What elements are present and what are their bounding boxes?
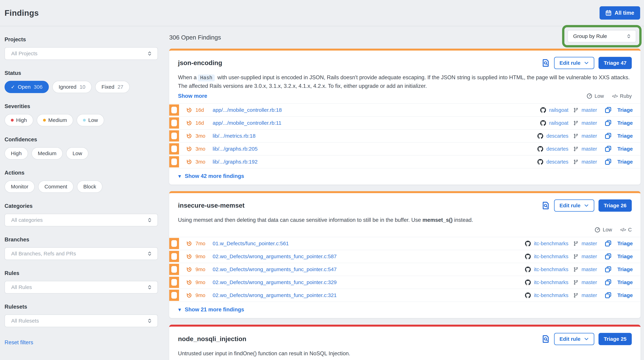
finding-path-link[interactable]: 02.wo_Defects/wrong_arguments_func_point… bbox=[212, 266, 337, 272]
row-checkbox[interactable] bbox=[171, 120, 177, 126]
branches-select[interactable]: All Branches, Refs and PRs bbox=[4, 247, 158, 260]
open-windows-icon[interactable] bbox=[605, 240, 612, 247]
repo-link[interactable]: itc-benchmarks bbox=[534, 241, 568, 247]
row-checkbox[interactable] bbox=[171, 292, 177, 299]
triage-link[interactable]: Triage bbox=[618, 254, 633, 259]
group-by-select[interactable]: Group by Rule bbox=[568, 30, 636, 42]
branch-link[interactable]: master bbox=[582, 241, 597, 247]
open-windows-icon[interactable] bbox=[605, 146, 612, 152]
row-checkbox[interactable] bbox=[171, 158, 177, 165]
all-time-button[interactable]: All time bbox=[600, 6, 640, 19]
reset-filters-link[interactable]: Reset filters bbox=[4, 339, 33, 346]
branch-link[interactable]: master bbox=[582, 267, 597, 272]
confidence-badge: Low bbox=[586, 93, 604, 99]
file-search-icon[interactable] bbox=[542, 202, 550, 210]
row-checkbox[interactable] bbox=[171, 133, 177, 139]
file-search-icon[interactable] bbox=[542, 59, 550, 67]
show-more-findings-link[interactable]: Show 21 more findings bbox=[169, 302, 640, 318]
repo-link[interactable]: descartes bbox=[546, 133, 568, 139]
edit-rule-button[interactable]: Edit rule bbox=[554, 199, 594, 212]
row-checkbox[interactable] bbox=[171, 253, 177, 260]
branch-link[interactable]: master bbox=[582, 146, 597, 152]
categories-select[interactable]: All categories bbox=[4, 214, 158, 226]
open-windows-icon[interactable] bbox=[605, 266, 612, 273]
open-windows-icon[interactable] bbox=[605, 107, 612, 113]
finding-path-link[interactable]: 02.wo_Defects/wrong_arguments_func_point… bbox=[212, 279, 337, 285]
projects-select[interactable]: All Projects bbox=[4, 47, 158, 60]
status-pill-open[interactable]: Open 306 bbox=[4, 81, 49, 93]
branch-link[interactable]: master bbox=[582, 159, 597, 165]
triage-link[interactable]: Triage bbox=[618, 133, 633, 139]
status-pill-ignored[interactable]: Ignored 10 bbox=[52, 81, 92, 93]
open-windows-icon[interactable] bbox=[605, 253, 612, 260]
row-checkbox[interactable] bbox=[171, 266, 177, 273]
branch-link[interactable]: master bbox=[582, 293, 597, 298]
show-more-findings-link[interactable]: Show 42 more findings bbox=[169, 168, 640, 185]
triage-button[interactable]: Triage 25 bbox=[598, 333, 632, 345]
row-checkbox[interactable] bbox=[171, 146, 177, 152]
branch-link[interactable]: master bbox=[582, 280, 597, 285]
status-pill-fixed[interactable]: Fixed 27 bbox=[95, 81, 130, 93]
confidence-pill-low[interactable]: Low bbox=[66, 147, 88, 160]
repo-link[interactable]: railsgoat bbox=[549, 120, 568, 126]
triage-link[interactable]: Triage bbox=[618, 241, 633, 247]
action-pill-monitor[interactable]: Monitor bbox=[4, 181, 35, 193]
medium-severity-dot bbox=[43, 119, 46, 122]
github-icon bbox=[525, 241, 531, 247]
open-windows-icon[interactable] bbox=[605, 292, 612, 299]
triage-link[interactable]: Triage bbox=[618, 159, 633, 165]
edit-rule-label: Edit rule bbox=[560, 60, 580, 66]
action-pill-block[interactable]: Block bbox=[77, 181, 102, 193]
confidence-pill-medium[interactable]: Medium bbox=[32, 147, 63, 160]
repo-link[interactable]: descartes bbox=[546, 159, 568, 165]
triage-button[interactable]: Triage 47 bbox=[598, 57, 632, 69]
finding-path-link[interactable]: 02.wo_Defects/wrong_arguments_func_point… bbox=[212, 292, 337, 298]
row-checkbox[interactable] bbox=[171, 107, 177, 113]
triage-link[interactable]: Triage bbox=[618, 279, 633, 285]
triage-link[interactable]: Triage bbox=[618, 292, 633, 298]
severity-pill-high[interactable]: High bbox=[4, 114, 33, 126]
rule-title: insecure-use-memset bbox=[178, 202, 244, 209]
finding-path-link[interactable]: 02.wo_Defects/wrong_arguments_func_point… bbox=[212, 254, 337, 259]
finding-path-link[interactable]: lib/.../graphs.rb:192 bbox=[212, 159, 258, 165]
repo-link[interactable]: itc-benchmarks bbox=[534, 293, 568, 298]
open-windows-icon[interactable] bbox=[605, 158, 612, 165]
open-windows-icon[interactable] bbox=[605, 133, 612, 139]
status-fixed-label: Fixed bbox=[102, 84, 114, 90]
triage-link[interactable]: Triage bbox=[618, 120, 633, 126]
repo-link[interactable]: railsgoat bbox=[549, 107, 568, 113]
finding-path-link[interactable]: 01.w_Defects/func_pointer.c:561 bbox=[212, 241, 289, 247]
rulesets-select[interactable]: All Rulesets bbox=[4, 315, 158, 327]
rules-select[interactable]: All Rules bbox=[4, 281, 158, 294]
branch-link[interactable]: master bbox=[582, 254, 597, 259]
triage-link[interactable]: Triage bbox=[618, 107, 633, 113]
repo-link[interactable]: descartes bbox=[546, 146, 568, 152]
finding-path-link[interactable]: lib/.../graphs.rb:205 bbox=[212, 146, 258, 152]
triage-button[interactable]: Triage 26 bbox=[598, 199, 632, 212]
open-windows-icon[interactable] bbox=[605, 279, 612, 286]
confidence-pill-high[interactable]: High bbox=[4, 147, 28, 160]
repo-link[interactable]: itc-benchmarks bbox=[534, 280, 568, 285]
finding-path-link[interactable]: lib/.../metrics.rb:18 bbox=[212, 133, 256, 139]
git-branch-icon bbox=[573, 108, 578, 113]
edit-rule-button[interactable]: Edit rule bbox=[554, 57, 594, 69]
file-search-icon[interactable] bbox=[542, 335, 550, 343]
branch-link[interactable]: master bbox=[582, 107, 597, 113]
finding-path-link[interactable]: app/.../mobile_controller.rb:18 bbox=[212, 107, 282, 113]
show-more-link[interactable]: Show more bbox=[178, 93, 207, 99]
branch-link[interactable]: master bbox=[582, 133, 597, 139]
row-checkbox[interactable] bbox=[171, 240, 177, 247]
triage-link[interactable]: Triage bbox=[618, 266, 633, 272]
projects-select-value: All Projects bbox=[11, 50, 38, 56]
branch-link[interactable]: master bbox=[582, 120, 597, 126]
finding-path-link[interactable]: app/.../mobile_controller.rb:11 bbox=[212, 120, 282, 126]
severity-pill-low[interactable]: Low bbox=[77, 114, 104, 126]
open-windows-icon[interactable] bbox=[605, 120, 612, 126]
row-checkbox[interactable] bbox=[171, 279, 177, 286]
repo-link[interactable]: itc-benchmarks bbox=[534, 254, 568, 259]
action-pill-comment[interactable]: Comment bbox=[38, 181, 74, 193]
severity-pill-medium[interactable]: Medium bbox=[37, 114, 73, 126]
edit-rule-button[interactable]: Edit rule bbox=[554, 333, 594, 345]
repo-link[interactable]: itc-benchmarks bbox=[534, 267, 568, 272]
triage-link[interactable]: Triage bbox=[618, 146, 633, 152]
